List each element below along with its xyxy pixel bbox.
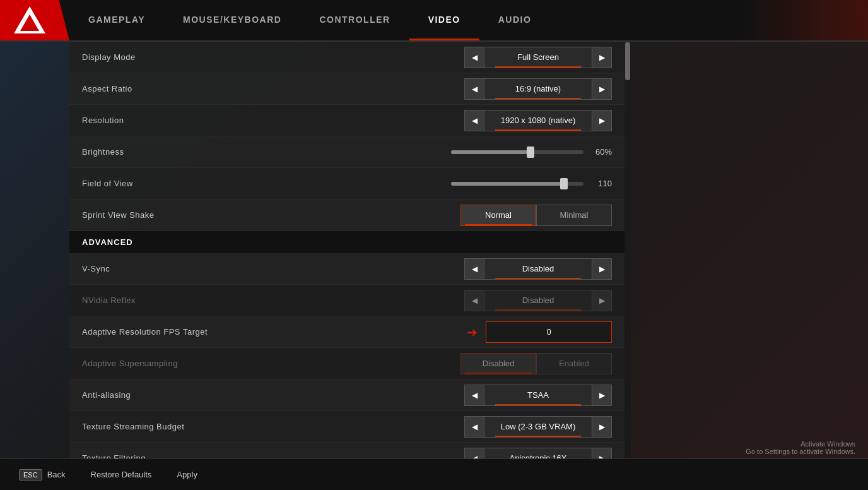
sprint-view-shake-row: Sprint View Shake Normal Minimal: [69, 200, 625, 231]
brightness-thumb: [527, 146, 534, 158]
scrollbar-thumb: [625, 42, 630, 80]
texture-streaming-label: Texture Streaming Budget: [82, 422, 464, 431]
sprint-shake-normal-button[interactable]: Normal: [460, 205, 536, 226]
tab-video[interactable]: VIDEO: [409, 0, 479, 40]
fov-fill: [451, 182, 564, 186]
texture-streaming-row: Texture Streaming Budget ◀ Low (2-3 GB V…: [69, 411, 625, 443]
aspect-ratio-next-button[interactable]: ▶: [592, 78, 612, 100]
advanced-section-header: ADVANCED: [69, 231, 625, 253]
vsync-control: ◀ Disabled ▶: [464, 258, 612, 280]
apex-logo-icon: [13, 3, 47, 38]
back-label: Back: [47, 470, 66, 479]
texture-filtering-next-button[interactable]: ▶: [592, 448, 612, 459]
top-navigation: GAMEPLAY MOUSE/KEYBOARD CONTROLLER VIDEO…: [0, 0, 868, 42]
arrow-indicator-icon: ➔: [467, 325, 478, 340]
settings-panel: Display Mode ◀ Full Screen ▶ Aspect Rati…: [69, 42, 625, 458]
restore-defaults-label: Restore Defaults: [91, 470, 152, 479]
adaptive-supersampling-disabled-button[interactable]: Disabled: [460, 353, 536, 374]
vsync-value: Disabled: [484, 258, 592, 280]
texture-filtering-control: ◀ Anisotropic 16X ▶: [464, 448, 612, 459]
adaptive-res-fps-input[interactable]: [486, 321, 612, 343]
display-mode-label: Display Mode: [82, 52, 464, 62]
adaptive-supersampling-control: Disabled Enabled: [460, 353, 612, 374]
main-content: Display Mode ◀ Full Screen ▶ Aspect Rati…: [0, 42, 868, 458]
bottom-bar: ESC Back Restore Defaults Apply: [0, 458, 868, 490]
resolution-control: ◀ 1920 x 1080 (native) ▶: [464, 110, 612, 131]
aspect-ratio-value: 16:9 (native): [484, 78, 592, 100]
adaptive-res-fps-label: Adaptive Resolution FPS Target: [82, 327, 467, 337]
sprint-view-shake-control: Normal Minimal: [460, 205, 612, 226]
sprint-view-shake-label: Sprint View Shake: [82, 210, 460, 220]
tab-mouse-keyboard[interactable]: MOUSE/KEYBOARD: [164, 0, 300, 40]
esc-key-label: ESC: [19, 469, 42, 481]
brightness-row: Brightness 60%: [69, 136, 625, 168]
vsync-prev-button[interactable]: ◀: [464, 258, 484, 280]
brightness-slider[interactable]: [451, 150, 584, 154]
texture-filtering-row: Texture Filtering ◀ Anisotropic 16X ▶: [69, 443, 625, 458]
anti-aliasing-row: Anti-aliasing ◀ TSAA ▶: [69, 379, 625, 411]
adaptive-supersampling-enabled-button[interactable]: Enabled: [536, 353, 612, 374]
fov-label: Field of View: [82, 179, 451, 188]
brightness-value: 60%: [590, 147, 612, 157]
adaptive-supersampling-label: Adaptive Supersampling: [82, 359, 460, 368]
texture-filtering-label: Texture Filtering: [82, 453, 464, 458]
restore-defaults-button[interactable]: Restore Defaults: [91, 470, 152, 479]
aspect-ratio-prev-button[interactable]: ◀: [464, 78, 484, 100]
scrollbar[interactable]: [625, 42, 631, 458]
display-mode-next-button[interactable]: ▶: [592, 47, 612, 68]
vsync-row: V-Sync ◀ Disabled ▶: [69, 253, 625, 285]
texture-streaming-control: ◀ Low (2-3 GB VRAM) ▶: [464, 416, 612, 438]
aspect-ratio-control: ◀ 16:9 (native) ▶: [464, 78, 612, 100]
nvidia-reflex-value: Disabled: [484, 290, 592, 311]
anti-aliasing-prev-button[interactable]: ◀: [464, 385, 484, 406]
windows-notice-line2: Go to Settings to activate Windows.: [746, 448, 855, 455]
nav-tabs: GAMEPLAY MOUSE/KEYBOARD CONTROLLER VIDEO…: [69, 0, 868, 40]
display-mode-prev-button[interactable]: ◀: [464, 47, 484, 68]
aspect-ratio-label: Aspect Ratio: [82, 84, 464, 93]
sprint-shake-minimal-button[interactable]: Minimal: [536, 205, 612, 226]
texture-streaming-prev-button[interactable]: ◀: [464, 416, 484, 438]
anti-aliasing-value: TSAA: [484, 385, 592, 406]
resolution-row: Resolution ◀ 1920 x 1080 (native) ▶: [69, 105, 625, 136]
texture-streaming-next-button[interactable]: ▶: [592, 416, 612, 438]
fov-slider[interactable]: [451, 182, 584, 186]
nvidia-reflex-control: ◀ Disabled ▶: [464, 290, 612, 311]
display-mode-row: Display Mode ◀ Full Screen ▶: [69, 42, 625, 73]
anti-aliasing-control: ◀ TSAA ▶: [464, 385, 612, 406]
apply-label: Apply: [177, 470, 197, 479]
anti-aliasing-label: Anti-aliasing: [82, 390, 464, 400]
brightness-fill: [451, 150, 531, 154]
adaptive-supersampling-row: Adaptive Supersampling Disabled Enabled: [69, 348, 625, 379]
nvidia-reflex-next-button[interactable]: ▶: [592, 290, 612, 311]
vsync-next-button[interactable]: ▶: [592, 258, 612, 280]
resolution-value: 1920 x 1080 (native): [484, 110, 592, 131]
nvidia-reflex-prev-button[interactable]: ◀: [464, 290, 484, 311]
texture-filtering-prev-button[interactable]: ◀: [464, 448, 484, 459]
resolution-next-button[interactable]: ▶: [592, 110, 612, 131]
anti-aliasing-next-button[interactable]: ▶: [592, 385, 612, 406]
adaptive-res-fps-control: ➔: [467, 321, 612, 343]
fov-value: 110: [590, 179, 612, 188]
tab-gameplay[interactable]: GAMEPLAY: [69, 0, 164, 40]
display-mode-control: ◀ Full Screen ▶: [464, 47, 612, 68]
back-button[interactable]: ESC Back: [19, 469, 66, 481]
adaptive-res-fps-row: Adaptive Resolution FPS Target ➔: [69, 316, 625, 348]
fov-control: 110: [451, 179, 612, 188]
texture-streaming-value: Low (2-3 GB VRAM): [484, 416, 592, 438]
logo-area: [0, 0, 69, 40]
tab-controller[interactable]: CONTROLLER: [300, 0, 409, 40]
fov-row: Field of View 110: [69, 168, 625, 200]
nvidia-reflex-label: NVidia Reflex: [82, 296, 464, 305]
resolution-prev-button[interactable]: ◀: [464, 110, 484, 131]
brightness-control: 60%: [451, 147, 612, 157]
aspect-ratio-row: Aspect Ratio ◀ 16:9 (native) ▶: [69, 73, 625, 105]
display-mode-value: Full Screen: [484, 47, 592, 68]
texture-filtering-value: Anisotropic 16X: [484, 448, 592, 459]
windows-activation-notice: Activate Windows Go to Settings to activ…: [746, 440, 855, 455]
windows-notice-line1: Activate Windows: [746, 440, 855, 448]
nvidia-reflex-row: NVidia Reflex ◀ Disabled ▶: [69, 285, 625, 316]
fov-thumb: [560, 178, 568, 189]
apply-button[interactable]: Apply: [177, 470, 197, 479]
resolution-label: Resolution: [82, 116, 464, 125]
tab-audio[interactable]: AUDIO: [479, 0, 551, 40]
